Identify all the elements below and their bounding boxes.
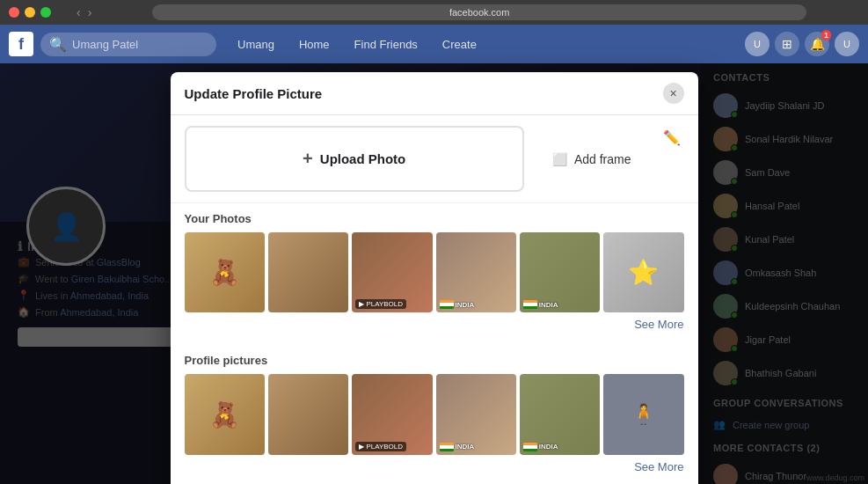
photo-image-3: ▶ PLAYBOLD — [352, 232, 432, 312]
profile-pictures-section: Profile pictures 🧸 ▶ PLAYBOLD — [171, 345, 698, 484]
photo-thumb-4[interactable]: INDIA — [436, 232, 516, 312]
minimize-window-button[interactable] — [25, 7, 35, 18]
modal-header: Update Profile Picture × — [171, 72, 698, 115]
india-badge-2: INDIA — [523, 300, 558, 309]
nav-right-area: U ⊞ 🔔 1 U — [745, 32, 859, 56]
profile-photo-image-2 — [268, 374, 348, 454]
profile-photo-thumb-1[interactable]: 🧸 — [185, 374, 265, 454]
modal-title: Update Profile Picture — [185, 86, 323, 101]
search-box[interactable]: 🔍 — [40, 33, 216, 56]
your-photos-title: Your Photos — [185, 212, 684, 225]
photo-image-4: INDIA — [436, 232, 516, 312]
photo-thumb-6[interactable]: ⭐ — [603, 232, 683, 312]
profile-photos-grid: 🧸 ▶ PLAYBOLD — [185, 374, 684, 454]
add-frame-button[interactable]: ⬜ Add frame — [535, 126, 649, 192]
your-photos-see-more[interactable]: See More — [185, 316, 684, 336]
photo-image-5: INDIA — [520, 232, 600, 312]
playbold-badge-2: ▶ PLAYBOLD — [355, 442, 406, 451]
nav-link-find-friends[interactable]: Find Friends — [349, 34, 423, 55]
photo-thumb-1[interactable]: 🧸 — [185, 232, 265, 312]
facebook-logo: f — [9, 32, 33, 56]
india-badge-4: INDIA — [523, 443, 558, 451]
frame-icon: ⬜ — [552, 152, 567, 166]
india-badge-1: INDIA — [440, 300, 475, 309]
plus-icon: + — [303, 149, 313, 169]
profile-photo-image-5: INDIA — [520, 374, 600, 454]
profile-photo-image-4: INDIA — [436, 374, 516, 454]
profile-photo-image-1: 🧸 — [185, 374, 265, 454]
photo-thumb-2[interactable] — [268, 232, 348, 312]
nav-link-create[interactable]: Create — [437, 34, 482, 55]
profile-photo-thumb-3[interactable]: ▶ PLAYBOLD — [352, 374, 432, 454]
profile-photo-thumb-6[interactable]: 🧍 — [603, 374, 683, 454]
photo-image-1: 🧸 — [185, 232, 265, 312]
nav-icon-btn-1[interactable]: ⊞ — [775, 32, 799, 56]
edit-icon[interactable]: ✏️ — [660, 126, 684, 192]
nav-links: Umang Home Find Friends Create — [232, 34, 482, 55]
profile-pictures-title: Profile pictures — [185, 354, 684, 367]
india-badge-3: INDIA — [440, 443, 475, 451]
main-area: 👤 ℹ Intro 💬 💼 Senior Seo at GlassBlog 🎓 … — [0, 63, 868, 484]
modal-body: Your Photos 🧸 ▶ PL — [171, 203, 698, 484]
modal-close-button[interactable]: × — [663, 83, 684, 104]
title-bar: ‹ › facebook.com — [0, 0, 868, 25]
update-profile-picture-modal: Update Profile Picture × + Upload Photo … — [171, 72, 698, 484]
profile-photos-see-more[interactable]: See More — [185, 458, 684, 479]
modal-overlay[interactable]: Update Profile Picture × + Upload Photo … — [0, 63, 868, 484]
back-button[interactable]: ‹ — [74, 5, 84, 19]
address-bar[interactable]: facebook.com — [152, 4, 806, 20]
fullscreen-window-button[interactable] — [40, 7, 51, 18]
profile-photo-image-6: 🧍 — [603, 374, 683, 454]
your-photos-section: Your Photos 🧸 ▶ PL — [171, 203, 698, 345]
your-photos-grid: 🧸 ▶ PLAYBOLD — [185, 232, 684, 312]
profile-photo-thumb-4[interactable]: INDIA — [436, 374, 516, 454]
notifications-button[interactable]: 🔔 1 — [805, 32, 829, 56]
nav-link-umang[interactable]: Umang — [232, 34, 280, 55]
photo-image-2 — [268, 232, 348, 312]
photo-thumb-3[interactable]: ▶ PLAYBOLD — [352, 232, 432, 312]
user-avatar-2[interactable]: U — [835, 32, 859, 56]
search-input[interactable] — [72, 38, 204, 51]
playbold-badge: ▶ PLAYBOLD — [355, 299, 406, 309]
nav-link-home[interactable]: Home — [294, 34, 335, 55]
forward-button[interactable]: › — [85, 5, 95, 19]
profile-photo-image-3: ▶ PLAYBOLD — [352, 374, 432, 454]
search-icon: 🔍 — [49, 36, 67, 53]
user-avatar[interactable]: U — [745, 32, 770, 56]
url-text: facebook.com — [449, 7, 509, 18]
upload-row: + Upload Photo ⬜ Add frame ✏️ — [171, 115, 698, 203]
close-window-button[interactable] — [9, 7, 19, 18]
profile-photo-thumb-5[interactable]: INDIA — [520, 374, 600, 454]
upload-photo-button[interactable]: + Upload Photo — [185, 126, 524, 192]
facebook-navbar: f 🔍 Umang Home Find Friends Create U ⊞ 🔔… — [0, 25, 868, 63]
notification-badge: 1 — [821, 30, 831, 40]
photo-thumb-5[interactable]: INDIA — [520, 232, 600, 312]
profile-photo-thumb-2[interactable] — [268, 374, 348, 454]
photo-image-6: ⭐ — [603, 232, 683, 312]
